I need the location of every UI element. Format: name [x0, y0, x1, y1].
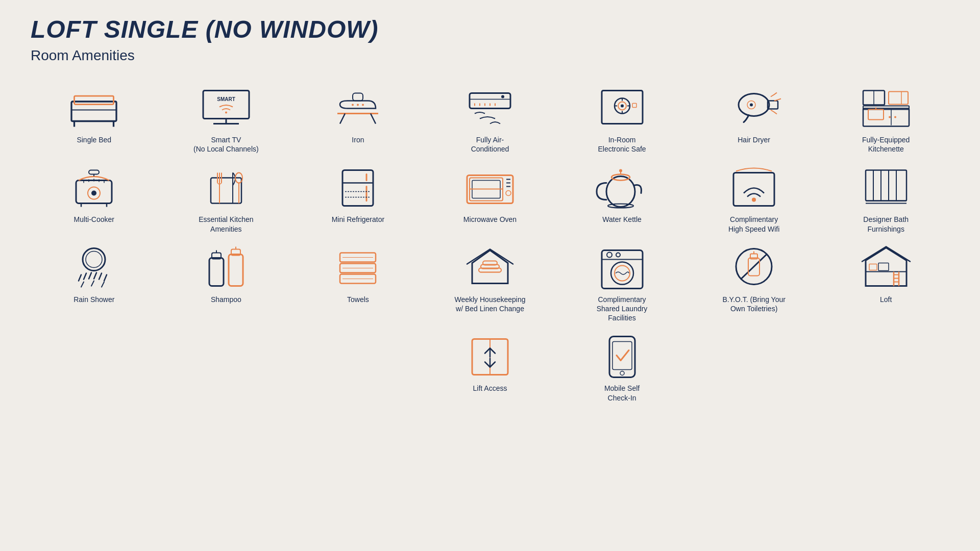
laundry-icon: [594, 244, 650, 290]
svg-rect-68: [342, 170, 373, 206]
svg-rect-47: [889, 92, 908, 105]
svg-rect-148: [612, 342, 632, 370]
mobile-checkin-icon: [594, 333, 650, 379]
housekeeping-icon: [462, 244, 518, 290]
svg-line-103: [104, 274, 107, 281]
svg-line-104: [81, 282, 84, 287]
amenity-lift: Lift Access: [427, 333, 554, 402]
amenity-electronic-safe: In-RoomElectronic Safe: [558, 84, 685, 154]
svg-point-37: [750, 104, 753, 107]
svg-point-7: [225, 112, 227, 114]
svg-point-127: [616, 253, 620, 257]
svg-rect-38: [863, 109, 909, 127]
wifi-label: ComplimentaryHigh Speed Wifi: [728, 215, 779, 233]
svg-point-44: [894, 116, 896, 118]
byot-label: B.Y.O.T. (Bring YourOwn Toiletries): [722, 295, 785, 313]
amenity-byot: B.Y.O.T. (Bring YourOwn Toiletries): [691, 244, 818, 323]
amenity-microwave: Microwave Oven: [427, 164, 554, 233]
svg-rect-50: [89, 170, 99, 174]
amenity-mini-fridge: Mini Refrigerator: [295, 164, 422, 233]
loft-icon: [858, 244, 914, 290]
svg-rect-89: [866, 170, 906, 201]
amenity-mobile-checkin: Mobile SelfCheck-In: [558, 333, 685, 402]
laundry-label: ComplimentaryShared LaundryFacilities: [597, 295, 648, 323]
svg-rect-107: [209, 258, 224, 286]
svg-point-129: [615, 265, 630, 281]
rain-shower-label: Rain Shower: [74, 295, 114, 304]
shampoo-icon: [198, 244, 254, 290]
single-bed-icon: [66, 84, 122, 130]
amenity-kitchen-amenities: Essential KitchenAmenities: [163, 164, 290, 233]
hair-dryer-label: Hair Dryer: [738, 135, 770, 144]
air-conditioned-icon: [462, 84, 518, 130]
iron-label: Iron: [352, 135, 364, 144]
towels-label: Towels: [347, 295, 369, 304]
water-kettle-label: Water Kettle: [602, 215, 642, 224]
amenity-iron: Iron: [295, 84, 422, 154]
amenity-wifi: ComplimentaryHigh Speed Wifi: [691, 164, 818, 233]
svg-point-19: [501, 95, 504, 98]
svg-point-85: [619, 169, 622, 172]
mini-fridge-label: Mini Refrigerator: [332, 215, 384, 224]
section-subtitle: Room Amenities: [31, 47, 949, 64]
svg-point-14: [352, 104, 354, 106]
svg-point-43: [889, 116, 891, 118]
svg-rect-142: [869, 264, 877, 270]
lift-icon: [462, 333, 518, 379]
svg-line-12: [371, 114, 376, 124]
electronic-safe-label: In-RoomElectronic Safe: [598, 135, 646, 154]
amenity-towels: Towels: [295, 244, 422, 323]
svg-rect-40: [868, 110, 884, 120]
svg-rect-13: [353, 93, 363, 101]
svg-line-106: [102, 282, 104, 287]
amenity-loft: Loft: [822, 244, 949, 323]
loft-label: Loft: [880, 295, 892, 304]
kitchen-amenities-label: Essential KitchenAmenities: [199, 215, 253, 233]
svg-point-53: [91, 191, 96, 196]
svg-line-101: [94, 272, 96, 279]
svg-line-105: [91, 281, 94, 286]
microwave-label: Microwave Oven: [463, 215, 517, 224]
byot-icon: [726, 244, 782, 290]
single-bed-label: Single Bed: [77, 135, 111, 144]
kitchenette-icon: [858, 84, 914, 130]
amenity-smart-tv: SMART Smart TV(No Local Channels): [163, 84, 290, 154]
svg-text:SMART: SMART: [217, 96, 235, 102]
amenity-air-conditioned: Fully Air-Conditioned: [427, 84, 554, 154]
svg-point-16: [362, 104, 364, 106]
amenity-multi-cooker: Multi-Cooker: [31, 164, 158, 233]
svg-rect-110: [229, 254, 243, 286]
amenity-single-bed: Single Bed: [31, 84, 158, 154]
hair-dryer-icon: [726, 84, 782, 130]
svg-point-15: [357, 104, 359, 106]
kitchenette-label: Fully-EquippedKitchenette: [862, 135, 910, 154]
amenity-bath-furnishings: Designer BathFurnishings: [822, 164, 949, 233]
amenities-grid: Single Bed SMART Smart TV(No Local Chann…: [31, 84, 949, 403]
svg-point-80: [506, 191, 511, 196]
amenity-water-kettle: Water Kettle: [558, 164, 685, 233]
svg-point-28: [621, 105, 624, 108]
svg-point-97: [86, 251, 102, 267]
microwave-icon: [462, 164, 518, 210]
svg-point-88: [752, 198, 756, 202]
bath-furnishings-icon: [858, 164, 914, 210]
rain-shower-icon: [66, 244, 122, 290]
svg-line-98: [79, 274, 81, 281]
svg-line-100: [89, 272, 91, 279]
amenity-hair-dryer: Hair Dryer: [691, 84, 818, 154]
amenity-kitchenette: Fully-EquippedKitchenette: [822, 84, 949, 154]
shampoo-label: Shampoo: [211, 295, 241, 304]
amenity-housekeeping: Weekly Housekeepingw/ Bed Linen Change: [427, 244, 554, 323]
multi-cooker-label: Multi-Cooker: [74, 215, 114, 224]
mobile-checkin-label: Mobile SelfCheck-In: [604, 384, 640, 402]
svg-point-34: [739, 94, 769, 116]
svg-rect-124: [602, 250, 643, 288]
wifi-icon: [726, 164, 782, 210]
mini-fridge-icon: [330, 164, 386, 210]
towels-icon: [330, 244, 386, 290]
svg-rect-141: [878, 263, 889, 270]
svg-rect-17: [470, 93, 510, 109]
multi-cooker-icon: [66, 164, 122, 210]
svg-rect-33: [632, 104, 636, 108]
amenity-laundry: ComplimentaryShared LaundryFacilities: [558, 244, 685, 323]
